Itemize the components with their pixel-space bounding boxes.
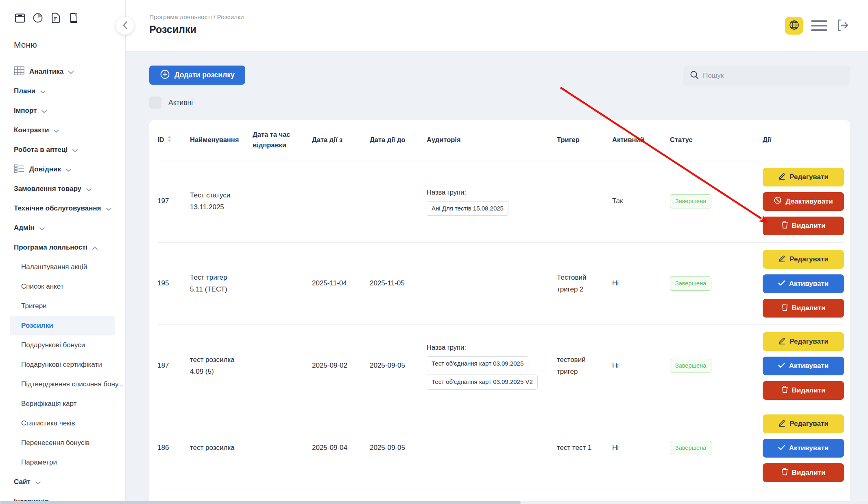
cell-name: Тест тригер5.11 (ТЕСТ) (190, 272, 253, 295)
edit-button[interactable]: Редагувати (763, 332, 844, 351)
book-icon[interactable] (68, 12, 80, 26)
delete-button[interactable]: Видалити (763, 463, 844, 482)
sidebar-item[interactable]: Замовлення товару (14, 179, 125, 199)
cell-date-to: 2025-09-05 (370, 442, 427, 454)
table-row: 186тест розсилка2025-09-042025-09-05тест… (157, 407, 844, 489)
sidebar-submenu-item[interactable]: Список анкет (14, 277, 125, 296)
sidebar-item[interactable]: Програма лояльності (14, 238, 125, 257)
audience-group-chip: Тест об'єднання карт 03.09.2025 V2 (427, 375, 538, 390)
column-header: Дії (763, 135, 844, 145)
menu-icon[interactable] (811, 20, 827, 31)
search-icon (690, 70, 699, 81)
sidebar-item-label: Сайт (14, 478, 31, 486)
edit-button[interactable]: Редагувати (763, 168, 844, 186)
delete-button-label: Видалити (792, 304, 826, 312)
plus-circle-icon (160, 69, 170, 81)
mailing-id: 186 (157, 444, 169, 451)
edit-button[interactable]: Редагувати (763, 414, 844, 433)
sidebar-submenu-item[interactable]: Верифікація карт (14, 394, 125, 414)
sidebar-submenu-item[interactable]: Налаштування акцій (14, 257, 125, 277)
edit-button[interactable]: Редагувати (763, 250, 844, 269)
sidebar-submenu-item[interactable]: Подарункові сертифікати (14, 355, 125, 375)
sidebar-item[interactable]: Імпорт (14, 101, 125, 121)
chevron-down-icon (54, 129, 59, 133)
mailing-name-line: 4.09 (5) (190, 366, 247, 377)
sidebar-item[interactable]: Контракти (14, 121, 125, 140)
ban-icon (774, 196, 782, 206)
cell-status: Завершена (670, 194, 763, 209)
sidebar-nav: АналітикаПланиІмпортКонтрактиРобота в ап… (14, 62, 125, 504)
sidebar-item[interactable]: Технічне обслуговування (14, 199, 125, 218)
cell-date-from: 2025-11-04 (312, 278, 370, 289)
sidebar-item[interactable]: Довідник (14, 160, 125, 179)
cell-status: Завершена (670, 276, 763, 291)
breadcrumb[interactable]: Програма лояльності / Розсилки (149, 13, 244, 21)
sidebar-submenu-item-active[interactable]: Розсилки (10, 316, 115, 335)
sidebar-item-label: Плани (14, 87, 35, 95)
sidebar-submenu-item[interactable]: Перенесення бонусів (14, 433, 125, 453)
column-header-label: Найменування (190, 136, 239, 143)
sidebar-submenu-item[interactable]: Статистика чеків (14, 414, 125, 433)
activate-button[interactable]: Активувати (763, 439, 844, 458)
search-input[interactable] (703, 72, 844, 80)
table-header: IDНайменуванняДата та час відправкиДата … (157, 120, 844, 160)
column-header-label: Статус (670, 136, 693, 143)
cell-actions: РедагуватиАктивуватиВидалити (763, 250, 844, 318)
pencil-icon (778, 337, 786, 346)
sidebar-item[interactable]: Робота в аптеці (14, 140, 125, 160)
chevron-down-icon (68, 71, 74, 74)
sidebar-item-label: Програма лояльності (14, 243, 87, 252)
chevron-down-icon (40, 90, 46, 94)
column-header: Дата дії до (370, 135, 427, 145)
cell-id: 186 (157, 442, 190, 454)
delete-button-label: Видалити (792, 386, 826, 394)
pie-chart-icon[interactable] (32, 12, 44, 26)
active-filter-checkbox[interactable] (149, 96, 161, 109)
globe-language-button[interactable] (785, 17, 803, 35)
sidebar-item[interactable]: Аналітика (14, 62, 125, 81)
cell-name: тест розсилка (190, 442, 253, 454)
mailing-name-line: Тест статуси (190, 190, 247, 201)
delete-button-label: Видалити (792, 469, 826, 477)
add-mailing-button[interactable]: Додати розсилку (149, 66, 245, 85)
sidebar-collapse-button[interactable] (116, 17, 134, 35)
sidebar-item[interactable]: Сайт (14, 472, 125, 492)
cell-name: Тест статуси13.11.2025 (190, 190, 253, 213)
column-header-label: Аудиторія (427, 136, 461, 143)
sidebar-submenu-item[interactable]: Подарункові бонуси (14, 335, 125, 355)
sidebar-submenu-item[interactable]: Підтвердження списання бону... (14, 375, 125, 394)
column-header: Дата та час відправки (253, 129, 312, 150)
topbar: Програма лояльності / Розсилки Розсилки (126, 0, 868, 52)
deactivate-button[interactable]: Деактивувати (763, 192, 844, 211)
delete-button[interactable]: Видалити (763, 381, 844, 400)
pencil-icon (778, 419, 786, 429)
sort-icon[interactable] (167, 135, 172, 145)
archive-icon[interactable] (14, 12, 26, 26)
sidebar-submenu-item[interactable]: Параметри (14, 453, 125, 472)
trash-icon (781, 386, 788, 395)
search-box (683, 66, 850, 86)
delete-button[interactable]: Видалити (763, 299, 844, 318)
horizontal-scrollbar-thumb[interactable] (0, 501, 521, 504)
column-header-label: Активний (612, 136, 644, 143)
sidebar-item[interactable]: Плани (14, 81, 125, 101)
logout-button[interactable] (835, 18, 850, 34)
cell-date-from: 2025-09-02 (312, 360, 370, 371)
check-icon (778, 280, 785, 288)
cell-date-to: 2025-11-05 (370, 278, 427, 289)
sidebar-item-label: Аналітика (29, 68, 63, 76)
document-icon[interactable] (50, 12, 62, 26)
delete-button[interactable]: Видалити (763, 217, 844, 235)
activate-button[interactable]: Активувати (763, 357, 844, 375)
activate-button[interactable]: Активувати (763, 274, 844, 293)
sidebar-item-label: Замовлення товару (14, 185, 81, 193)
sidebar-submenu-item[interactable]: Тригери (14, 296, 125, 316)
pencil-icon (778, 172, 786, 182)
mailing-name-line: Тест тригер (190, 272, 247, 283)
cell-audience: Назва групи:Тест об'єднання карт 03.09.2… (427, 342, 557, 390)
column-header: Статус (670, 135, 763, 145)
column-header: Активний (612, 135, 670, 145)
sidebar-item[interactable]: Адмін (14, 218, 125, 238)
audience-label: Назва групи: (427, 342, 551, 353)
chevron-down-icon (41, 110, 47, 113)
